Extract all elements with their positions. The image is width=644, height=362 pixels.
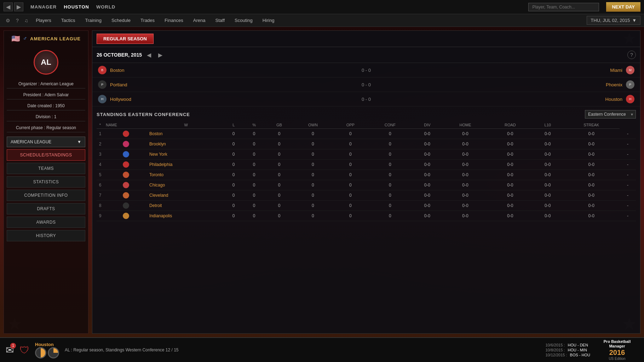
date-prev-arrow[interactable]: ◀ [145, 51, 153, 59]
home-cell: 0-0 [488, 160, 532, 170]
gb-cell: 0 [293, 211, 333, 221]
team-name-cell: Chicago [148, 180, 224, 190]
tab-staff[interactable]: Staff [211, 16, 229, 25]
tab-players[interactable]: Players [31, 16, 55, 25]
nav-manager[interactable]: MANAGER [30, 4, 57, 10]
road-cell: 0-0 [532, 129, 563, 139]
rank-cell: 3 [97, 149, 104, 160]
table-row[interactable]: 3 New York 0 0 0 0 0 0 0-0 0-0 0-0 0-0 0… [97, 149, 636, 160]
streak-cell: - [620, 180, 636, 190]
streak-cell: - [620, 129, 636, 139]
tab-training[interactable]: Training [81, 16, 105, 25]
game-date-2: 10/12/2015 : [545, 353, 567, 357]
opp-cell: 0 [368, 170, 412, 180]
hollywood-icon: H [98, 95, 107, 103]
standings-header: STANDINGS EASTERN CONFERENCE Eastern Con… [97, 110, 636, 119]
col-star: * [97, 121, 104, 129]
president-info: President : Adem Salvar [7, 91, 85, 99]
l-cell: 0 [243, 129, 265, 139]
league-name: AMERICAN LEAGUE [30, 36, 81, 41]
boston-icon: B [98, 66, 107, 74]
own-cell: 0 [333, 149, 368, 160]
own-cell: 0 [333, 211, 368, 221]
gb-cell: 0 [293, 180, 333, 190]
tab-tactics[interactable]: Tactics [57, 16, 80, 25]
div-cell: 0-0 [443, 180, 488, 190]
next-day-button[interactable]: NEXT DAY [606, 2, 640, 12]
second-navigation: ⚙ ? ♫ Players Tactics Training Schedule … [0, 14, 644, 27]
search-input[interactable] [528, 3, 599, 11]
mail-button[interactable]: ✉ 1 [6, 344, 14, 356]
pct-cell: 0 [265, 201, 293, 211]
menu-teams[interactable]: TEAMS [7, 163, 85, 174]
l10-cell: 0-0 [563, 129, 620, 139]
tab-hiring[interactable]: Hiring [258, 16, 279, 25]
regular-season-button[interactable]: REGULAR SEASON [97, 34, 154, 44]
conference-select[interactable]: Eastern Conference Western Conference [585, 110, 636, 119]
table-row[interactable]: 4 Philadelphia 0 0 0 0 0 0 0-0 0-0 0-0 0… [97, 160, 636, 170]
table-row[interactable]: 9 Indianapolis 0 0 0 0 0 0 0-0 0-0 0-0 0… [97, 211, 636, 221]
menu-statistics[interactable]: STATISTICS [7, 176, 85, 188]
table-row[interactable]: 7 Cleveland 0 0 0 0 0 0 0-0 0-0 0-0 0-0 … [97, 190, 636, 201]
table-row[interactable]: 1 Boston 0 0 0 0 0 0 0-0 0-0 0-0 0-0 0-0… [97, 129, 636, 139]
opp-cell: 0 [368, 139, 412, 149]
match-home-3: Hollywood [110, 97, 153, 102]
match-row-3[interactable]: H Hollywood 0 - 0 Houston H [92, 92, 640, 107]
table-row[interactable]: 6 Chicago 0 0 0 0 0 0 0-0 0-0 0-0 0-0 0-… [97, 180, 636, 190]
nav-back-arrow[interactable]: ◀ [4, 2, 13, 11]
rank-cell: 9 [97, 211, 104, 221]
table-row[interactable]: 5 Toronto 0 0 0 0 0 0 0-0 0-0 0-0 0-0 0-… [97, 170, 636, 180]
menu-history[interactable]: HISTORY [7, 230, 85, 241]
streak-cell: - [620, 139, 636, 149]
nav-houston[interactable]: HOUSTON [64, 4, 89, 10]
l-cell: 0 [243, 149, 265, 160]
tab-trades[interactable]: Trades [136, 16, 159, 25]
tab-finances[interactable]: Finances [160, 16, 188, 25]
settings-icon[interactable]: ⚙ [4, 16, 12, 25]
menu-drafts[interactable]: DRAFTS [7, 203, 85, 214]
streak-cell: - [620, 170, 636, 180]
table-row[interactable]: 8 Detroit 0 0 0 0 0 0 0-0 0-0 0-0 0-0 0-… [97, 201, 636, 211]
icon-cell [104, 201, 148, 211]
tab-scouting[interactable]: Scouting [230, 16, 257, 25]
col-own: OWN [293, 121, 333, 129]
date-next-arrow[interactable]: ▶ [156, 51, 165, 59]
music-icon[interactable]: ♫ [22, 16, 30, 25]
nav-world[interactable]: WORLD [96, 4, 115, 10]
pbm-edition: US Edition [596, 357, 638, 361]
league-dropdown[interactable]: AMERICAN LEAGUE ▼ [7, 137, 85, 147]
current-date: THU, JUL 02, 2015 ▼ [587, 16, 640, 25]
match-score-1: 0 - 0 [156, 68, 576, 73]
shield-icon[interactable]: 🛡 [19, 344, 29, 356]
help-button[interactable]: ? [627, 51, 636, 59]
l10-cell: 0-0 [563, 149, 620, 160]
col-road: ROAD [488, 121, 532, 129]
date-navigation: 26 OCTOBER, 2015 ◀ ▶ ? [92, 47, 640, 63]
road-cell: 0-0 [532, 139, 563, 149]
team-name-cell: Brooklyn [148, 139, 224, 149]
current-phase-info: Current phase : Regular season [7, 123, 85, 132]
table-row[interactable]: 2 Brooklyn 0 0 0 0 0 0 0-0 0-0 0-0 0-0 0… [97, 139, 636, 149]
rank-cell: 7 [97, 190, 104, 201]
div-cell: 0-0 [443, 139, 488, 149]
tab-arena[interactable]: Arena [189, 16, 210, 25]
road-cell: 0-0 [532, 160, 563, 170]
nav-forward-arrow[interactable]: ▶ [14, 2, 23, 11]
recent-game-row: 10/6/2015 : HOU - DEN [545, 343, 590, 347]
rank-cell: 6 [97, 180, 104, 190]
gb-cell: 0 [293, 190, 333, 201]
l-cell: 0 [243, 160, 265, 170]
menu-schedule-standings[interactable]: SCHEDULE/STANDINGS [7, 149, 85, 161]
game-teams-1: HOU - MIN [568, 348, 587, 352]
menu-competition-info[interactable]: COMPETITION INFO [7, 190, 85, 201]
gb-cell: 0 [293, 149, 333, 160]
match-row-2[interactable]: P Portland 0 - 0 Phoenix P [92, 77, 640, 92]
tab-schedule[interactable]: Schedule [107, 16, 135, 25]
menu-awards[interactable]: AWARDS [7, 217, 85, 228]
match-row-1[interactable]: B Boston 0 - 0 Miami M [92, 63, 640, 77]
help-icon[interactable]: ? [14, 16, 21, 25]
opp-cell: 0 [368, 190, 412, 201]
l10-cell: 0-0 [563, 211, 620, 221]
icon-cell [104, 170, 148, 180]
phoenix-icon: P [626, 80, 634, 89]
